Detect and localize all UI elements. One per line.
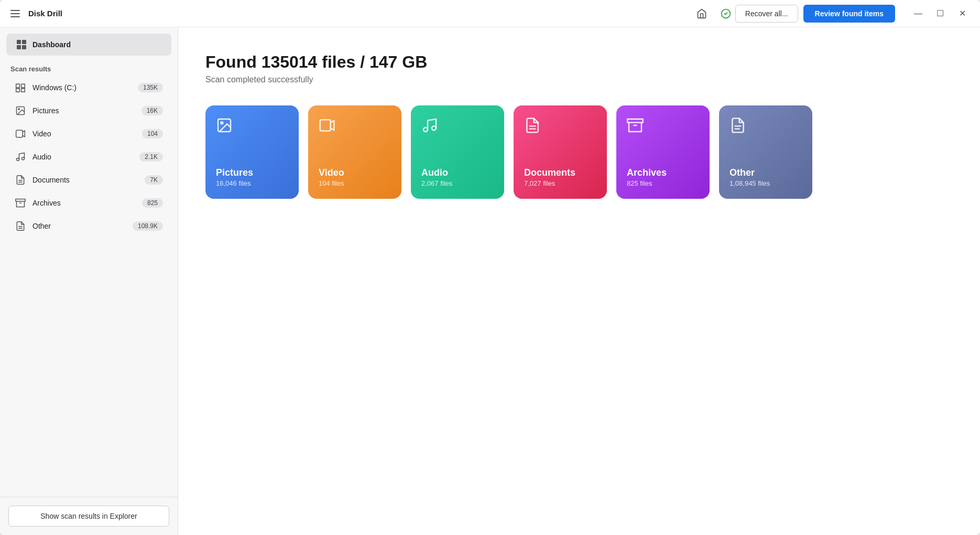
svg-rect-3 [16, 89, 20, 92]
windows-label: Windows (C:) [32, 83, 132, 92]
card-documents-icon [524, 117, 596, 137]
audio-label: Audio [32, 153, 133, 161]
svg-rect-2 [21, 84, 25, 88]
main-layout: Dashboard Scan results Windows (C:) 135K [0, 27, 980, 535]
pictures-badge: 16K [141, 106, 163, 115]
title-bar-actions: Recover all... Review found items — ☐ ✕ [735, 4, 972, 23]
svg-point-19 [423, 127, 428, 132]
card-documents-text: Documents 7,027 files [524, 167, 596, 187]
documents-icon [15, 174, 26, 186]
card-pictures-icon [216, 117, 288, 137]
card-archives-count: 825 files [627, 179, 699, 187]
svg-point-8 [17, 158, 19, 161]
audio-badge: 2.1K [139, 152, 163, 162]
other-badge: 108.9K [133, 221, 163, 231]
card-audio-count: 2,067 files [421, 179, 494, 187]
review-found-items-button[interactable]: Review found items [803, 5, 895, 23]
card-archives-text: Archives 825 files [627, 167, 699, 187]
video-icon [15, 128, 26, 140]
other-icon [15, 220, 26, 232]
card-audio[interactable]: Audio 2,067 files [411, 105, 504, 199]
archives-badge: 825 [142, 198, 163, 208]
other-label: Other [32, 222, 126, 230]
svg-rect-4 [21, 89, 25, 92]
main-content: Found 135014 files / 147 GB Scan complet… [178, 27, 980, 535]
menu-icon[interactable] [8, 8, 22, 19]
close-button[interactable]: ✕ [953, 4, 972, 23]
card-audio-label: Audio [421, 167, 494, 178]
category-cards-grid: Pictures 16,046 files Video 104 file [205, 105, 953, 199]
svg-point-17 [221, 122, 223, 124]
card-video-label: Video [319, 167, 391, 178]
sidebar-footer: Show scan results in Explorer [0, 497, 178, 535]
documents-badge: 7K [145, 175, 163, 185]
sidebar-item-other[interactable]: Other 108.9K [4, 215, 173, 237]
svg-rect-7 [16, 130, 23, 137]
card-pictures-text: Pictures 16,046 files [216, 167, 288, 187]
home-button[interactable] [692, 4, 711, 23]
card-video-text: Video 104 files [319, 167, 391, 187]
card-other-text: Other 1,08,945 files [729, 167, 802, 187]
dashboard-label: Dashboard [32, 40, 71, 49]
archives-icon [15, 197, 26, 209]
video-badge: 104 [142, 129, 163, 138]
sidebar-item-archives[interactable]: Archives 825 [4, 192, 173, 214]
sidebar: Dashboard Scan results Windows (C:) 135K [0, 27, 178, 535]
app-window: Disk Drill Recover all... Review found i… [0, 0, 980, 535]
app-title: Disk Drill [28, 9, 62, 18]
audio-icon [15, 151, 26, 163]
svg-rect-18 [320, 120, 331, 131]
title-bar-nav [692, 4, 735, 23]
svg-rect-23 [627, 119, 643, 123]
title-bar: Disk Drill Recover all... Review found i… [0, 0, 980, 27]
card-other-icon [729, 117, 802, 137]
sidebar-item-windows[interactable]: Windows (C:) 135K [4, 77, 173, 99]
card-pictures-label: Pictures [216, 167, 288, 178]
card-archives-label: Archives [627, 167, 699, 178]
card-archives-icon [627, 117, 699, 137]
documents-label: Documents [32, 176, 138, 184]
recover-all-button[interactable]: Recover all... [735, 5, 798, 23]
svg-point-20 [432, 126, 436, 130]
card-audio-text: Audio 2,067 files [421, 167, 494, 187]
pictures-label: Pictures [32, 106, 135, 115]
card-video-icon [319, 117, 391, 137]
svg-point-6 [18, 109, 20, 110]
pictures-icon [15, 105, 26, 116]
show-explorer-button[interactable]: Show scan results in Explorer [8, 506, 169, 527]
sidebar-item-pictures[interactable]: Pictures 16K [4, 100, 173, 122]
minimize-button[interactable]: — [909, 4, 928, 23]
dashboard-button[interactable]: Dashboard [6, 34, 171, 56]
windows-badge: 135K [138, 83, 163, 92]
windows-icon [15, 82, 26, 93]
sidebar-item-audio[interactable]: Audio 2.1K [4, 146, 173, 168]
card-documents-count: 7,027 files [524, 179, 596, 187]
scan-results-label: Scan results [0, 58, 178, 76]
found-title: Found 135014 files / 147 GB [205, 52, 953, 72]
sidebar-item-documents[interactable]: Documents 7K [4, 169, 173, 191]
check-icon [721, 8, 731, 19]
card-other-label: Other [729, 167, 802, 178]
check-button[interactable] [716, 4, 735, 23]
svg-rect-1 [16, 84, 20, 88]
card-pictures-count: 16,046 files [216, 179, 288, 187]
svg-point-9 [22, 157, 25, 160]
maximize-button[interactable]: ☐ [931, 4, 950, 23]
title-bar-left: Disk Drill [8, 8, 692, 19]
sidebar-item-video[interactable]: Video 104 [4, 123, 173, 145]
home-icon [696, 8, 707, 19]
video-label: Video [32, 130, 136, 138]
card-other-count: 1,08,945 files [729, 179, 802, 187]
card-video[interactable]: Video 104 files [308, 105, 401, 199]
dashboard-grid-icon [17, 40, 26, 49]
card-pictures[interactable]: Pictures 16,046 files [205, 105, 299, 199]
svg-rect-12 [16, 199, 25, 201]
card-archives[interactable]: Archives 825 files [616, 105, 710, 199]
card-other[interactable]: Other 1,08,945 files [719, 105, 812, 199]
window-controls: — ☐ ✕ [909, 4, 972, 23]
scan-status: Scan completed successfully [205, 75, 953, 84]
card-documents[interactable]: Documents 7,027 files [514, 105, 607, 199]
card-audio-icon [421, 117, 494, 137]
card-documents-label: Documents [524, 167, 596, 178]
card-video-count: 104 files [319, 179, 391, 187]
